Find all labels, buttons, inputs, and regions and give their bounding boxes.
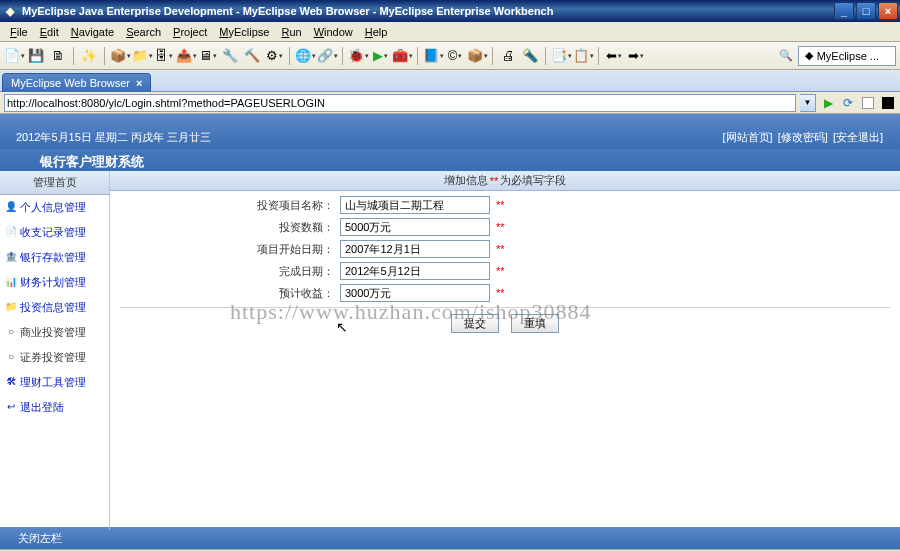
search2-icon[interactable]: 🔦	[520, 46, 540, 66]
debug-icon[interactable]: 🐞	[348, 46, 368, 66]
menu-project[interactable]: Project	[167, 24, 213, 40]
deploy-icon[interactable]: 📤	[176, 46, 196, 66]
perspective-label: MyEclipse ...	[817, 50, 879, 62]
tool3-icon[interactable]: ⚙	[264, 46, 284, 66]
url-dropdown-icon[interactable]: ▼	[800, 94, 816, 112]
label-profit: 预计收益：	[120, 286, 340, 301]
save-all-icon[interactable]: 🗎	[48, 46, 68, 66]
menu-myeclipse[interactable]: MyEclipse	[213, 24, 275, 40]
sidebar-item-income[interactable]: 📄收支记录管理	[0, 220, 109, 245]
tool2-icon[interactable]: 🔨	[242, 46, 262, 66]
required-star: **	[496, 265, 505, 277]
bullet-icon: ○	[5, 350, 17, 362]
sidebar-item-securities[interactable]: ○证券投资管理	[0, 345, 109, 370]
browser-icon[interactable]: 🌐	[295, 46, 315, 66]
form-header: 增加信息 ** 为必填写字段	[110, 171, 900, 191]
menu-navigate[interactable]: Navigate	[65, 24, 120, 40]
tab-browser[interactable]: MyEclipse Web Browser ×	[2, 73, 151, 92]
input-profit[interactable]	[340, 284, 490, 302]
refresh-icon[interactable]: ⟳	[840, 95, 856, 111]
separator	[492, 47, 493, 65]
forward-icon[interactable]: ➡	[626, 46, 646, 66]
separator	[73, 47, 74, 65]
sidebar-item-invest[interactable]: 📁投资信息管理	[0, 295, 109, 320]
reset-button[interactable]: 重填	[511, 314, 559, 333]
link-home[interactable]: [网站首页]	[723, 131, 773, 143]
collapse-left-bar[interactable]: 关闭左栏	[0, 527, 900, 549]
separator	[598, 47, 599, 65]
tool-icon: 🛠	[5, 375, 17, 387]
sidebar-home[interactable]: 管理首页	[0, 171, 109, 195]
sidebar-item-business[interactable]: ○商业投资管理	[0, 320, 109, 345]
sidebar-item-bank[interactable]: 🏦银行存款管理	[0, 245, 109, 270]
page-header: 2012年5月15日 星期二 丙戌年 三月廿三 [网站首页] [修改密码] [安…	[0, 114, 900, 149]
menubar: File Edit Navigate Search Project MyEcli…	[0, 22, 900, 42]
run-icon[interactable]: ▶	[370, 46, 390, 66]
separator	[342, 47, 343, 65]
label-project-name: 投资项目名称：	[120, 198, 340, 213]
external-icon[interactable]: 🧰	[392, 46, 412, 66]
close-button[interactable]: ×	[878, 2, 898, 20]
app-icon: ◆	[2, 3, 18, 19]
back-icon[interactable]: ⬅	[604, 46, 624, 66]
nav2-icon[interactable]: 📋	[573, 46, 593, 66]
server-icon[interactable]: 🖥	[198, 46, 218, 66]
save-icon[interactable]: 💾	[26, 46, 46, 66]
bank-icon: 🏦	[5, 250, 17, 262]
type-icon[interactable]: 📘	[423, 46, 443, 66]
stop-icon[interactable]	[860, 95, 876, 111]
sidebar-item-plan[interactable]: 📊财务计划管理	[0, 270, 109, 295]
pkg-icon[interactable]: 📦	[467, 46, 487, 66]
go-icon[interactable]: ▶	[820, 95, 836, 111]
minimize-button[interactable]: _	[834, 2, 854, 20]
input-project-name[interactable]	[340, 196, 490, 214]
sidebar-item-userinfo[interactable]: 👤个人信息管理	[0, 195, 109, 220]
package-icon[interactable]: 📦	[110, 46, 130, 66]
date-text: 2012年5月15日 星期二 丙戌年 三月廿三	[16, 130, 211, 145]
menu-window[interactable]: Window	[308, 24, 359, 40]
separator	[417, 47, 418, 65]
print-icon[interactable]: 🖨	[498, 46, 518, 66]
window-titlebar: ◆ MyEclipse Java Enterprise Development …	[0, 0, 900, 22]
row-profit: 预计收益： **	[120, 283, 890, 303]
tool1-icon[interactable]: 🔧	[220, 46, 240, 66]
required-star: **	[496, 221, 505, 233]
submit-button[interactable]: 提交	[451, 314, 499, 333]
input-end-date[interactable]	[340, 262, 490, 280]
record-icon[interactable]	[880, 95, 896, 111]
folder-icon: 📁	[5, 300, 17, 312]
input-start-date[interactable]	[340, 240, 490, 258]
required-star: **	[496, 243, 505, 255]
sidebar-item-logout[interactable]: ↩退出登陆	[0, 395, 109, 420]
link-logout[interactable]: [安全退出]	[833, 131, 883, 143]
url-input[interactable]	[4, 94, 796, 112]
menu-search[interactable]: Search	[120, 24, 167, 40]
input-amount[interactable]	[340, 218, 490, 236]
menu-file[interactable]: File	[4, 24, 34, 40]
menu-run[interactable]: Run	[275, 24, 307, 40]
db-icon[interactable]: 🗄	[154, 46, 174, 66]
perspective-icon[interactable]: 🔍	[778, 48, 794, 64]
sidebar-item-tools[interactable]: 🛠理财工具管理	[0, 370, 109, 395]
system-title: 银行客户理财系统	[0, 149, 900, 171]
perspective-switcher[interactable]: ◆ MyEclipse ...	[798, 46, 896, 66]
required-star: **	[496, 199, 505, 211]
nav-icon[interactable]: 📑	[551, 46, 571, 66]
user-icon: 👤	[5, 200, 17, 212]
maximize-button[interactable]: □	[856, 2, 876, 20]
chart-icon: 📊	[5, 275, 17, 287]
menu-edit[interactable]: Edit	[34, 24, 65, 40]
class-icon[interactable]: ©	[445, 46, 465, 66]
form-panel: 增加信息 ** 为必填写字段 投资项目名称： ** 投资数额： ** 项目开始日…	[110, 171, 900, 530]
row-amount: 投资数额： **	[120, 217, 890, 237]
new-icon[interactable]: 📄	[4, 46, 24, 66]
label-end-date: 完成日期：	[120, 264, 340, 279]
link-changepwd[interactable]: [修改密码]	[778, 131, 828, 143]
browser-content: 2012年5月15日 星期二 丙戌年 三月廿三 [网站首页] [修改密码] [安…	[0, 114, 900, 527]
myeclipse-icon: ◆	[801, 48, 817, 64]
wizard-icon[interactable]: ✨	[79, 46, 99, 66]
menu-help[interactable]: Help	[359, 24, 394, 40]
folder-icon[interactable]: 📁	[132, 46, 152, 66]
link-icon[interactable]: 🔗	[317, 46, 337, 66]
tab-close-icon[interactable]: ×	[136, 77, 142, 89]
